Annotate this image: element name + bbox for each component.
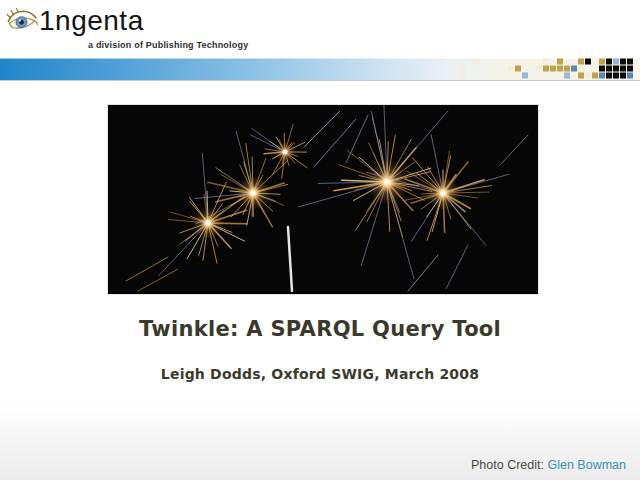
slide-subtitle: Leigh Dodds, Oxford SWIG, March 2008 — [0, 366, 640, 382]
slide-title: Twinkle: A SPARQL Query Tool — [0, 317, 640, 341]
logo-tagline: a division of Publishing Technology — [88, 40, 248, 50]
mosaic-squares-decoration — [452, 58, 636, 80]
fireworks-photo — [108, 105, 538, 294]
photo-credit-label: Photo Credit: — [471, 458, 544, 472]
photo-credit-link[interactable]: Glen Bowman — [547, 458, 626, 472]
presentation-slide: 1ngenta a division of Publishing Technol… — [0, 0, 640, 480]
photo-credit: Photo Credit: Glen Bowman — [471, 458, 626, 472]
eye-icon — [5, 6, 38, 34]
fireworks-image — [108, 105, 538, 294]
ingenta-logo-text: 1ngenta — [39, 5, 144, 37]
header-gradient-bar — [0, 58, 640, 81]
